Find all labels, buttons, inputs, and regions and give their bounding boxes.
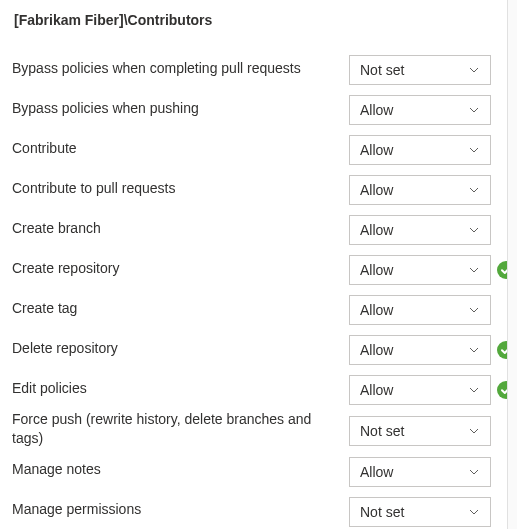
permission-row: Create branchAllow <box>12 210 495 250</box>
permission-label: Create tag <box>12 299 341 322</box>
permission-controls: Allow <box>349 175 495 205</box>
chevron-down-icon <box>468 144 480 156</box>
chevron-down-icon <box>468 344 480 356</box>
permission-select[interactable]: Allow <box>349 95 491 125</box>
permission-select[interactable]: Allow <box>349 175 491 205</box>
chevron-down-icon <box>468 304 480 316</box>
permission-row: Delete repositoryAllow <box>12 330 495 370</box>
chevron-down-icon <box>468 506 480 518</box>
permission-controls: Allow <box>349 95 495 125</box>
permission-label: Create branch <box>12 219 341 242</box>
permissions-list: Bypass policies when completing pull req… <box>12 50 495 529</box>
permission-row: Edit policiesAllow <box>12 370 495 410</box>
chevron-down-icon <box>468 425 480 437</box>
chevron-down-icon <box>468 466 480 478</box>
permission-select[interactable]: Allow <box>349 335 491 365</box>
chevron-down-icon <box>468 384 480 396</box>
permission-label: Create repository <box>12 259 341 282</box>
permission-select-value: Allow <box>360 302 393 318</box>
chevron-down-icon <box>468 184 480 196</box>
chevron-down-icon <box>468 264 480 276</box>
permission-select-value: Allow <box>360 142 393 158</box>
permission-label: Edit policies <box>12 379 341 402</box>
permission-select-value: Allow <box>360 222 393 238</box>
permission-row: Create repositoryAllow <box>12 250 495 290</box>
permission-label: Manage notes <box>12 460 341 483</box>
permission-controls: Allow <box>349 215 495 245</box>
permission-row: Force push (rewrite history, delete bran… <box>12 410 495 452</box>
permissions-panel: [Fabrikam Fiber]\Contributors Bypass pol… <box>0 0 517 529</box>
permission-row: Contribute to pull requestsAllow <box>12 170 495 210</box>
permission-select-value: Allow <box>360 182 393 198</box>
permission-row: Bypass policies when pushingAllow <box>12 90 495 130</box>
permission-select[interactable]: Allow <box>349 255 491 285</box>
permission-select-value: Allow <box>360 342 393 358</box>
permission-select-value: Allow <box>360 262 393 278</box>
chevron-down-icon <box>468 224 480 236</box>
permission-select-value: Allow <box>360 382 393 398</box>
chevron-down-icon <box>468 344 480 356</box>
permission-select[interactable]: Not set <box>349 497 491 527</box>
chevron-down-icon <box>468 184 480 196</box>
scrollbar-gutter <box>507 0 517 529</box>
permission-select[interactable]: Allow <box>349 375 491 405</box>
permission-row: Create tagAllow <box>12 290 495 330</box>
permission-select-value: Not set <box>360 423 404 439</box>
chevron-down-icon <box>468 224 480 236</box>
chevron-down-icon <box>468 104 480 116</box>
permission-controls: Not set <box>349 497 495 527</box>
chevron-down-icon <box>468 425 480 437</box>
permission-label: Contribute to pull requests <box>12 179 341 202</box>
permission-row: Manage permissionsNot set <box>12 492 495 529</box>
chevron-down-icon <box>468 466 480 478</box>
permission-select[interactable]: Allow <box>349 215 491 245</box>
permission-label: Bypass policies when pushing <box>12 99 341 122</box>
permission-controls: Allow <box>349 295 495 325</box>
permission-controls: Allow <box>349 255 495 285</box>
group-title: [Fabrikam Fiber]\Contributors <box>12 12 495 28</box>
permission-label: Contribute <box>12 139 341 162</box>
chevron-down-icon <box>468 104 480 116</box>
permission-select-value: Not set <box>360 504 404 520</box>
permission-row: ContributeAllow <box>12 130 495 170</box>
chevron-down-icon <box>468 64 480 76</box>
permission-label: Delete repository <box>12 339 341 362</box>
permission-label: Force push (rewrite history, delete bran… <box>12 410 341 452</box>
chevron-down-icon <box>468 264 480 276</box>
permission-label: Manage permissions <box>12 500 341 523</box>
permission-select-value: Not set <box>360 62 404 78</box>
chevron-down-icon <box>468 64 480 76</box>
permission-select[interactable]: Not set <box>349 55 491 85</box>
chevron-down-icon <box>468 144 480 156</box>
permission-row: Manage notesAllow <box>12 452 495 492</box>
permission-select-value: Allow <box>360 464 393 480</box>
chevron-down-icon <box>468 304 480 316</box>
permission-label: Bypass policies when completing pull req… <box>12 59 341 82</box>
chevron-down-icon <box>468 384 480 396</box>
permission-select[interactable]: Allow <box>349 135 491 165</box>
permission-controls: Allow <box>349 135 495 165</box>
permission-controls: Allow <box>349 457 495 487</box>
permission-controls: Not set <box>349 55 495 85</box>
permission-select[interactable]: Allow <box>349 295 491 325</box>
permission-controls: Allow <box>349 375 495 405</box>
chevron-down-icon <box>468 506 480 518</box>
permission-select[interactable]: Allow <box>349 457 491 487</box>
permission-row: Bypass policies when completing pull req… <box>12 50 495 90</box>
permission-controls: Allow <box>349 335 495 365</box>
permission-select-value: Allow <box>360 102 393 118</box>
permission-controls: Not set <box>349 416 495 446</box>
permission-select[interactable]: Not set <box>349 416 491 446</box>
